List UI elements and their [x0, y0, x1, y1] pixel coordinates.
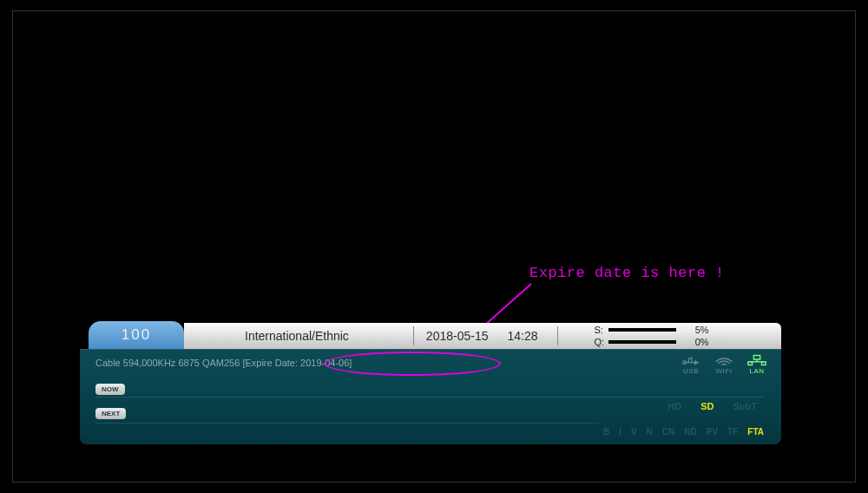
- tag-hd: HD: [667, 401, 681, 411]
- flag-b: B: [603, 427, 609, 437]
- date-text: 2018-05-15: [426, 329, 489, 343]
- now-pill[interactable]: NOW: [95, 384, 125, 395]
- signal-label: S:: [595, 325, 608, 335]
- osd-body: Cable 594,000KHz 6875 QAM256 [Expire Dat…: [80, 349, 781, 444]
- tag-subt: SubT: [733, 401, 758, 411]
- flag-n: N: [647, 427, 653, 437]
- flag-fta: FTA: [747, 427, 764, 437]
- time-text: 14:28: [507, 329, 537, 343]
- svg-rect-3: [753, 356, 760, 360]
- cable-info: Cable 594,000KHz 6875 QAM256: [95, 358, 240, 368]
- quality-bar: [608, 340, 676, 344]
- flag-cn: CN: [662, 427, 674, 437]
- svg-rect-4: [748, 362, 753, 365]
- channel-name: International/Ethnic: [245, 329, 349, 343]
- signal-quality-block: S: 5% Q: 0%: [595, 325, 709, 347]
- flag-tf: TF: [727, 427, 738, 437]
- wifi-icon: WIFI: [712, 354, 736, 375]
- quality-tags: HD SD SubT: [667, 401, 757, 411]
- tag-sd: SD: [700, 401, 713, 411]
- signal-value: 5%: [687, 325, 709, 335]
- usb-icon: USB: [679, 354, 703, 375]
- flag-v: V: [631, 427, 637, 437]
- next-pill[interactable]: NEXT: [95, 408, 126, 419]
- flag-i: I: [619, 427, 621, 437]
- tuning-info-line: Cable 594,000KHz 6875 QAM256 [Expire Dat…: [95, 358, 352, 368]
- flag-nd: ND: [684, 427, 696, 437]
- osd-panel: 100 International/Ethnic 2018-05-15 14:2…: [80, 321, 781, 460]
- flag-row: B I V N CN ND PV TF FTA: [603, 427, 764, 437]
- channel-number-tab[interactable]: 100: [89, 321, 184, 349]
- quality-label: Q:: [595, 337, 608, 347]
- signal-bar: [608, 328, 676, 332]
- svg-rect-5: [762, 362, 766, 365]
- quality-value: 0%: [687, 337, 709, 347]
- annotation-ellipse: [324, 352, 501, 376]
- osd-header: International/Ethnic 2018-05-15 14:28 S:…: [184, 323, 781, 349]
- flag-pv: PV: [707, 427, 718, 437]
- annotation-text: Expire date is here !: [529, 265, 725, 281]
- lan-icon: LAN: [745, 354, 769, 375]
